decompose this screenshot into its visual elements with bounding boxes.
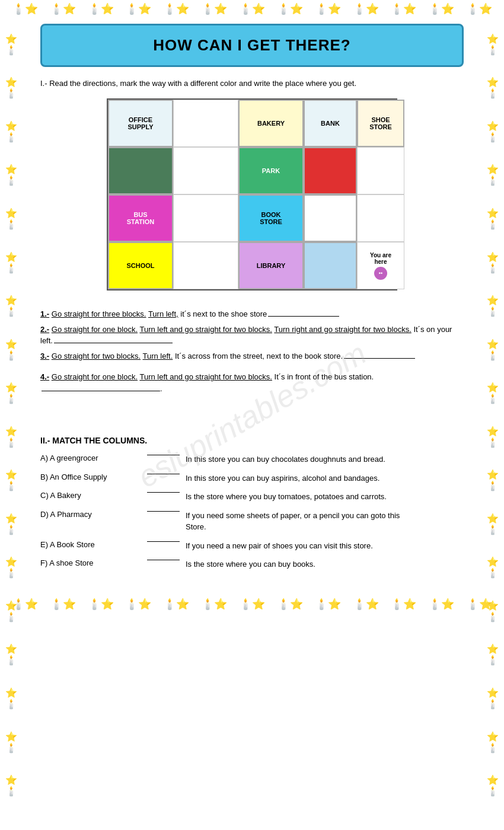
right-icon-13: ⭐🕯️ bbox=[487, 556, 499, 579]
bot-border-icon-9: 🕯️⭐ bbox=[315, 598, 341, 611]
match-section: II.- MATCH THE COLUMNS. A) A greengrocer… bbox=[40, 436, 464, 570]
left-icon-4: ⭐🕯️ bbox=[5, 164, 17, 186]
border-icon-1: 🕯️⭐ bbox=[12, 2, 38, 15]
left-icon-10: ⭐🕯️ bbox=[5, 426, 17, 448]
right-icon-7: ⭐🕯️ bbox=[487, 295, 499, 317]
right-icon-16: ⭐🕯️ bbox=[487, 687, 499, 710]
match-blank-d[interactable] bbox=[147, 511, 180, 512]
match-desc-f: Is the store where you can buy books. bbox=[186, 558, 464, 570]
border-icon-9: 🕯️⭐ bbox=[315, 2, 341, 15]
bot-border-icon-4: 🕯️⭐ bbox=[125, 598, 151, 611]
you-are-here-text: You arehere bbox=[370, 252, 391, 265]
match-section-title: II.- MATCH THE COLUMNS. bbox=[40, 436, 464, 445]
bot-border-icon-3: 🕯️⭐ bbox=[88, 598, 114, 611]
dir1-text: Go straight for three blocks. Turn left,… bbox=[52, 309, 267, 318]
bot-border-icon-10: 🕯️⭐ bbox=[353, 598, 379, 611]
direction-3: 3.- Go straight for two blocks. Turn lef… bbox=[40, 350, 464, 362]
direction-1: 1.- Go straight for three blocks. Turn l… bbox=[40, 308, 464, 320]
map-cell-empty-r1c2 bbox=[173, 100, 238, 147]
left-icon-13: ⭐🕯️ bbox=[5, 556, 17, 579]
bus-station-label: BUSSTATION bbox=[127, 211, 155, 225]
bot-border-icon-6: 🕯️⭐ bbox=[201, 598, 227, 611]
map-cell-book-store: BOOKSTORE bbox=[238, 194, 304, 242]
title-box: HOW CAN I GET THERE? bbox=[40, 24, 464, 67]
left-icon-7: ⭐🕯️ bbox=[5, 295, 17, 317]
left-icon-12: ⭐🕯️ bbox=[5, 513, 17, 535]
you-are-dot: •• bbox=[374, 267, 387, 280]
bot-border-icon-2: 🕯️⭐ bbox=[50, 598, 76, 611]
right-icon-2: ⭐🕯️ bbox=[487, 76, 499, 99]
map-cell-empty-r2c2 bbox=[173, 147, 238, 194]
map-cell-dark-green bbox=[108, 147, 173, 194]
map-cell-red bbox=[304, 147, 357, 194]
border-icon-4: 🕯️⭐ bbox=[125, 2, 151, 15]
border-icon-11: 🕯️⭐ bbox=[390, 2, 416, 15]
match-desc-c: Is the store where you buy tomatoes, pot… bbox=[186, 491, 464, 503]
match-desc-a: In this store you can buy chocolates dou… bbox=[186, 454, 464, 465]
match-desc-e: If you need a new pair of shoes you can … bbox=[186, 540, 464, 552]
border-icon-6: 🕯️⭐ bbox=[201, 2, 227, 15]
match-label-e: E) A Book Store bbox=[40, 540, 147, 549]
match-row-b: B) An Office Supply In this store you ca… bbox=[40, 473, 464, 484]
left-icon-5: ⭐🕯️ bbox=[5, 208, 17, 230]
bot-border-icon-5: 🕯️⭐ bbox=[163, 598, 189, 611]
left-border: ⭐🕯️ ⭐🕯️ ⭐🕯️ ⭐🕯️ ⭐🕯️ ⭐🕯️ ⭐🕯️ ⭐🕯️ ⭐🕯️ ⭐🕯️ … bbox=[0, 23, 23, 807]
dir2-blank[interactable] bbox=[54, 343, 173, 343]
right-icon-6: ⭐🕯️ bbox=[487, 251, 499, 274]
map-grid: OFFICESUPPLY BAKERY BANK SHOESTORE PARK bbox=[107, 98, 397, 290]
direction-4: 4.- Go straight for one block. Turn left… bbox=[40, 371, 464, 394]
bot-border-icon-8: 🕯️⭐ bbox=[277, 598, 303, 611]
map-container: OFFICESUPPLY BAKERY BANK SHOESTORE PARK bbox=[107, 98, 397, 290]
dir1-number: 1.- bbox=[40, 309, 49, 318]
map-cell-office-supply: OFFICESUPPLY bbox=[108, 100, 173, 147]
match-blank-c[interactable] bbox=[147, 492, 180, 493]
direction-2: 2.- Go straight for one block. Turn left… bbox=[40, 324, 464, 347]
map-cell-empty-r3c5 bbox=[357, 194, 404, 242]
right-border: ⭐🕯️ ⭐🕯️ ⭐🕯️ ⭐🕯️ ⭐🕯️ ⭐🕯️ ⭐🕯️ ⭐🕯️ ⭐🕯️ ⭐🕯️ … bbox=[481, 23, 504, 807]
right-icon-3: ⭐🕯️ bbox=[487, 120, 499, 143]
map-cell-shoe-store: SHOESTORE bbox=[357, 100, 404, 147]
border-icon-5: 🕯️⭐ bbox=[163, 2, 189, 15]
match-blank-f[interactable] bbox=[147, 560, 180, 560]
dir2-text: Go straight for one block. Turn left and… bbox=[40, 325, 452, 346]
dir4-period: . bbox=[160, 384, 162, 393]
bot-border-icon-11: 🕯️⭐ bbox=[390, 598, 416, 611]
dir3-number: 3.- bbox=[40, 352, 49, 360]
map-cell-empty-r2c5 bbox=[357, 147, 404, 194]
border-icon-7: 🕯️⭐ bbox=[239, 2, 265, 15]
left-icon-3: ⭐🕯️ bbox=[5, 120, 17, 143]
map-cell-empty-r3c2 bbox=[173, 194, 238, 242]
dir1-blank[interactable] bbox=[268, 316, 339, 317]
library-label: LIBRARY bbox=[257, 262, 285, 269]
map-cell-empty-r4c2 bbox=[173, 242, 238, 289]
map-cell-school: SCHOOL bbox=[108, 242, 173, 289]
border-icon-13: 🕯️⭐ bbox=[466, 2, 492, 15]
match-blank-b[interactable] bbox=[147, 474, 180, 474]
border-icon-2: 🕯️⭐ bbox=[50, 2, 76, 15]
bot-border-icon-7: 🕯️⭐ bbox=[239, 598, 265, 611]
right-icon-8: ⭐🕯️ bbox=[487, 339, 499, 361]
right-icon-12: ⭐🕯️ bbox=[487, 513, 499, 535]
map-cell-light-blue bbox=[304, 242, 357, 289]
match-blank-e[interactable] bbox=[147, 541, 180, 542]
match-row-d: D) A Pharmacy If you need some sheets of… bbox=[40, 510, 464, 533]
office-supply-label: OFFICESUPPLY bbox=[127, 116, 153, 130]
dir4-blank[interactable] bbox=[42, 391, 160, 391]
dir2-number: 2.- bbox=[40, 325, 49, 334]
match-label-b: B) An Office Supply bbox=[40, 473, 147, 481]
match-row-e: E) A Book Store If you need a new pair o… bbox=[40, 540, 464, 552]
match-label-d: D) A Pharmacy bbox=[40, 510, 147, 519]
dir3-blank[interactable] bbox=[344, 358, 415, 359]
match-row-c: C) A Bakery Is the store where you buy t… bbox=[40, 491, 464, 503]
map-cell-bank: BANK bbox=[304, 100, 357, 147]
left-icon-18: ⭐🕯️ bbox=[5, 774, 17, 797]
match-blank-a[interactable] bbox=[147, 455, 180, 455]
match-row-f: F) A shoe Store Is the store where you c… bbox=[40, 558, 464, 570]
right-icon-17: ⭐🕯️ bbox=[487, 731, 499, 754]
main-content: HOW CAN I GET THERE? I.- Read the direct… bbox=[28, 18, 476, 583]
bot-border-icon-1: 🕯️⭐ bbox=[12, 598, 38, 611]
match-label-a: A) A greengrocer bbox=[40, 454, 147, 462]
right-icon-10: ⭐🕯️ bbox=[487, 426, 499, 448]
match-desc-d: If you need some sheets of paper, or a p… bbox=[186, 510, 464, 533]
match-desc-b: In this store you can buy aspirins, alco… bbox=[186, 473, 464, 484]
